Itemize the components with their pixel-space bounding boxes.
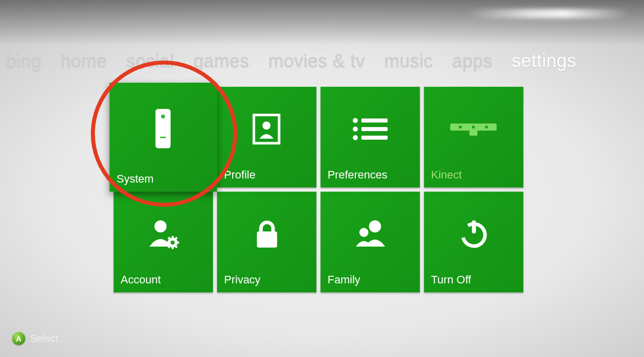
nav-item-home[interactable]: home — [61, 50, 107, 72]
button-hint: A Select — [12, 332, 59, 345]
account-gear-icon — [147, 218, 180, 250]
svg-point-13 — [485, 126, 488, 129]
svg-rect-30 — [472, 220, 476, 233]
svg-rect-18 — [172, 236, 174, 239]
svg-point-8 — [353, 135, 358, 140]
nav-item-social[interactable]: social — [126, 50, 174, 72]
tile-preferences[interactable]: Preferences — [320, 87, 420, 188]
svg-rect-20 — [166, 242, 169, 244]
svg-rect-26 — [257, 231, 277, 248]
lock-icon — [255, 219, 279, 249]
nav-item-apps[interactable]: apps — [452, 50, 493, 72]
tile-account[interactable]: Account — [114, 192, 213, 292]
svg-point-3 — [262, 122, 271, 130]
list-icon — [352, 117, 388, 141]
svg-point-12 — [472, 126, 475, 129]
nav-item-movies[interactable]: movies & tv — [269, 50, 365, 72]
svg-rect-1 — [160, 137, 166, 138]
tile-row-2: Account Privacy Family — [112, 190, 525, 294]
tile-profile-label: Profile — [224, 168, 255, 182]
svg-rect-14 — [469, 131, 477, 136]
nav-item-settings[interactable]: settings — [512, 50, 576, 72]
tile-family-label: Family — [328, 273, 360, 286]
svg-point-17 — [171, 241, 175, 245]
tile-account-label: Account — [121, 273, 161, 286]
tile-system[interactable]: System — [110, 83, 217, 192]
profile-icon — [252, 113, 281, 145]
decorative-streak — [467, 9, 630, 18]
top-nav: bing home social games movies & tv music… — [0, 50, 644, 72]
tile-system-label: System — [117, 172, 153, 186]
nav-item-music[interactable]: music — [384, 50, 433, 72]
tile-preferences-label: Preferences — [328, 168, 388, 182]
console-icon — [155, 109, 171, 148]
family-icon — [355, 219, 386, 249]
a-button-icon: A — [12, 332, 25, 345]
tile-profile[interactable]: Profile — [217, 87, 316, 188]
svg-point-15 — [154, 220, 167, 232]
tile-kinect-label: Kinect — [431, 168, 462, 182]
svg-point-28 — [359, 228, 368, 237]
svg-rect-9 — [361, 136, 388, 140]
power-icon — [459, 219, 489, 249]
tile-privacy[interactable]: Privacy — [217, 192, 316, 292]
svg-point-4 — [353, 118, 358, 123]
tile-privacy-label: Privacy — [224, 273, 260, 286]
settings-tile-grid: System Profile Preferences — [112, 85, 525, 294]
nav-item-games[interactable]: games — [193, 50, 249, 72]
tile-kinect[interactable]: Kinect — [424, 87, 523, 188]
svg-rect-21 — [176, 242, 179, 244]
svg-point-11 — [459, 126, 462, 129]
tile-family[interactable]: Family — [320, 192, 420, 292]
svg-point-27 — [369, 220, 381, 232]
nav-item-bing[interactable]: bing — [6, 50, 41, 72]
svg-rect-5 — [361, 118, 388, 123]
svg-rect-7 — [361, 127, 388, 131]
svg-rect-19 — [172, 246, 174, 249]
tile-turn-off-label: Turn Off — [431, 273, 471, 286]
tile-row-1: System Profile Preferences — [112, 85, 525, 190]
svg-point-6 — [353, 127, 358, 132]
kinect-icon — [450, 122, 497, 137]
tile-turn-off[interactable]: Turn Off — [424, 192, 523, 292]
hint-label: Select — [30, 333, 59, 344]
svg-point-0 — [161, 114, 165, 118]
